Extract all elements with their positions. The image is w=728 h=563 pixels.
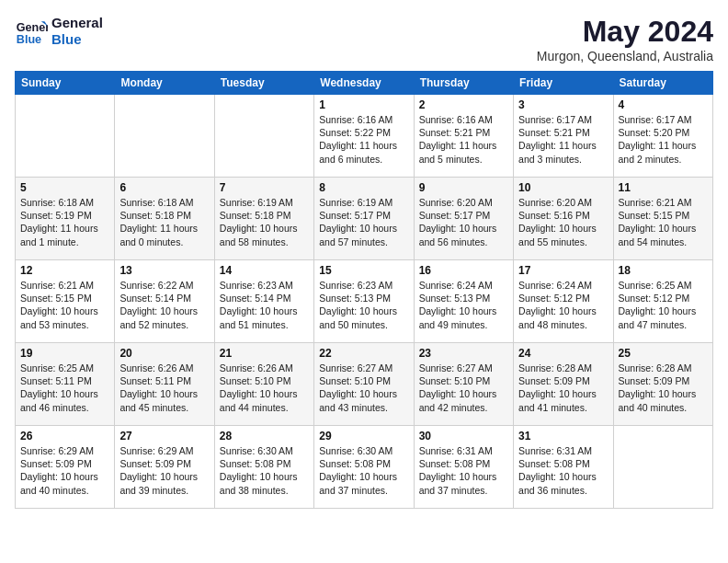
calendar-cell: 31Sunrise: 6:31 AM Sunset: 5:08 PM Dayli…	[514, 426, 613, 509]
day-number: 19	[20, 347, 109, 360]
calendar-cell: 19Sunrise: 6:25 AM Sunset: 5:11 PM Dayli…	[16, 343, 115, 426]
weekday-header-row: SundayMondayTuesdayWednesdayThursdayFrid…	[16, 72, 713, 95]
day-info: Sunrise: 6:27 AM Sunset: 5:10 PM Dayligh…	[319, 362, 408, 414]
day-number: 23	[419, 347, 508, 360]
day-number: 4	[619, 98, 708, 111]
day-info: Sunrise: 6:27 AM Sunset: 5:10 PM Dayligh…	[419, 362, 508, 414]
day-info: Sunrise: 6:31 AM Sunset: 5:08 PM Dayligh…	[419, 444, 508, 497]
svg-text:Blue: Blue	[17, 33, 41, 46]
calendar-cell: 13Sunrise: 6:22 AM Sunset: 5:14 PM Dayli…	[115, 260, 214, 343]
calendar-cell: 20Sunrise: 6:26 AM Sunset: 5:11 PM Dayli…	[115, 343, 214, 426]
calendar-cell: 5Sunrise: 6:18 AM Sunset: 5:19 PM Daylig…	[16, 178, 115, 260]
calendar-cell: 12Sunrise: 6:21 AM Sunset: 5:15 PM Dayli…	[16, 260, 115, 343]
day-number: 18	[619, 264, 708, 277]
weekday-header-saturday: Saturday	[613, 72, 712, 95]
day-number: 31	[518, 430, 608, 442]
day-number: 24	[518, 347, 608, 360]
day-info: Sunrise: 6:21 AM Sunset: 5:15 PM Dayligh…	[20, 279, 109, 331]
calendar-cell: 25Sunrise: 6:28 AM Sunset: 5:09 PM Dayli…	[613, 343, 712, 426]
week-row-2: 5Sunrise: 6:18 AM Sunset: 5:19 PM Daylig…	[16, 178, 713, 260]
calendar-cell: 3Sunrise: 6:17 AM Sunset: 5:21 PM Daylig…	[514, 95, 613, 178]
week-row-5: 26Sunrise: 6:29 AM Sunset: 5:09 PM Dayli…	[16, 426, 713, 509]
page-header: General Blue General Blue May 2024 Murgo…	[15, 15, 713, 63]
calendar-cell: 16Sunrise: 6:24 AM Sunset: 5:13 PM Dayli…	[414, 260, 513, 343]
day-number: 6	[119, 181, 209, 194]
day-number: 25	[619, 347, 708, 360]
day-number: 2	[419, 98, 508, 111]
day-info: Sunrise: 6:28 AM Sunset: 5:09 PM Dayligh…	[518, 362, 608, 414]
day-number: 15	[319, 264, 408, 277]
day-info: Sunrise: 6:23 AM Sunset: 5:14 PM Dayligh…	[220, 279, 309, 331]
calendar-cell: 10Sunrise: 6:20 AM Sunset: 5:16 PM Dayli…	[514, 178, 613, 260]
calendar-cell: 7Sunrise: 6:19 AM Sunset: 5:18 PM Daylig…	[214, 178, 313, 260]
day-info: Sunrise: 6:22 AM Sunset: 5:14 PM Dayligh…	[119, 279, 209, 331]
calendar-cell: 30Sunrise: 6:31 AM Sunset: 5:08 PM Dayli…	[414, 426, 513, 509]
day-info: Sunrise: 6:19 AM Sunset: 5:18 PM Dayligh…	[220, 196, 309, 248]
day-info: Sunrise: 6:29 AM Sunset: 5:09 PM Dayligh…	[20, 444, 109, 497]
day-number: 10	[518, 181, 608, 194]
weekday-header-wednesday: Wednesday	[314, 72, 414, 95]
day-info: Sunrise: 6:24 AM Sunset: 5:13 PM Dayligh…	[419, 279, 508, 331]
day-number: 26	[20, 430, 109, 442]
day-number: 22	[319, 347, 408, 360]
day-number: 20	[119, 347, 209, 360]
day-info: Sunrise: 6:20 AM Sunset: 5:16 PM Dayligh…	[518, 196, 608, 248]
calendar-cell: 21Sunrise: 6:26 AM Sunset: 5:10 PM Dayli…	[214, 343, 313, 426]
day-number: 28	[220, 430, 309, 442]
logo: General Blue General Blue	[15, 15, 103, 48]
day-info: Sunrise: 6:26 AM Sunset: 5:11 PM Dayligh…	[119, 362, 209, 414]
day-number: 14	[220, 264, 309, 277]
day-info: Sunrise: 6:25 AM Sunset: 5:12 PM Dayligh…	[619, 279, 708, 331]
day-info: Sunrise: 6:21 AM Sunset: 5:15 PM Dayligh…	[619, 196, 708, 248]
calendar-cell	[214, 95, 313, 178]
day-number: 8	[319, 181, 408, 194]
calendar-cell: 9Sunrise: 6:20 AM Sunset: 5:17 PM Daylig…	[414, 178, 513, 260]
day-info: Sunrise: 6:16 AM Sunset: 5:22 PM Dayligh…	[319, 113, 408, 166]
day-info: Sunrise: 6:18 AM Sunset: 5:18 PM Dayligh…	[119, 196, 209, 248]
day-info: Sunrise: 6:24 AM Sunset: 5:12 PM Dayligh…	[518, 279, 608, 331]
calendar-cell	[16, 95, 115, 178]
day-number: 12	[20, 264, 109, 277]
day-info: Sunrise: 6:25 AM Sunset: 5:11 PM Dayligh…	[20, 362, 109, 414]
calendar-cell: 11Sunrise: 6:21 AM Sunset: 5:15 PM Dayli…	[613, 178, 712, 260]
calendar-cell: 17Sunrise: 6:24 AM Sunset: 5:12 PM Dayli…	[514, 260, 613, 343]
calendar-cell: 27Sunrise: 6:29 AM Sunset: 5:09 PM Dayli…	[115, 426, 214, 509]
calendar-cell: 18Sunrise: 6:25 AM Sunset: 5:12 PM Dayli…	[613, 260, 712, 343]
day-info: Sunrise: 6:29 AM Sunset: 5:09 PM Dayligh…	[119, 444, 209, 497]
day-info: Sunrise: 6:23 AM Sunset: 5:13 PM Dayligh…	[319, 279, 408, 331]
calendar-cell: 1Sunrise: 6:16 AM Sunset: 5:22 PM Daylig…	[314, 95, 414, 178]
day-number: 16	[419, 264, 508, 277]
calendar-cell	[115, 95, 214, 178]
calendar-cell: 29Sunrise: 6:30 AM Sunset: 5:08 PM Dayli…	[314, 426, 414, 509]
day-number: 3	[518, 98, 608, 111]
calendar-cell	[613, 426, 712, 509]
weekday-header-sunday: Sunday	[16, 72, 115, 95]
weekday-header-thursday: Thursday	[414, 72, 513, 95]
calendar-cell: 8Sunrise: 6:19 AM Sunset: 5:17 PM Daylig…	[314, 178, 414, 260]
logo-icon: General Blue	[15, 15, 48, 48]
day-info: Sunrise: 6:26 AM Sunset: 5:10 PM Dayligh…	[220, 362, 309, 414]
day-info: Sunrise: 6:19 AM Sunset: 5:17 PM Dayligh…	[319, 196, 408, 248]
calendar-cell: 4Sunrise: 6:17 AM Sunset: 5:20 PM Daylig…	[613, 95, 712, 178]
day-info: Sunrise: 6:20 AM Sunset: 5:17 PM Dayligh…	[419, 196, 508, 248]
day-number: 11	[619, 181, 708, 194]
day-number: 13	[119, 264, 209, 277]
day-number: 9	[419, 181, 508, 194]
calendar-cell: 28Sunrise: 6:30 AM Sunset: 5:08 PM Dayli…	[214, 426, 313, 509]
day-info: Sunrise: 6:16 AM Sunset: 5:21 PM Dayligh…	[419, 113, 508, 166]
weekday-header-friday: Friday	[514, 72, 613, 95]
day-number: 29	[319, 430, 408, 442]
day-info: Sunrise: 6:28 AM Sunset: 5:09 PM Dayligh…	[619, 362, 708, 414]
day-info: Sunrise: 6:30 AM Sunset: 5:08 PM Dayligh…	[319, 444, 408, 497]
day-number: 1	[319, 98, 408, 111]
day-number: 7	[220, 181, 309, 194]
week-row-4: 19Sunrise: 6:25 AM Sunset: 5:11 PM Dayli…	[16, 343, 713, 426]
calendar-cell: 24Sunrise: 6:28 AM Sunset: 5:09 PM Dayli…	[514, 343, 613, 426]
calendar-cell: 2Sunrise: 6:16 AM Sunset: 5:21 PM Daylig…	[414, 95, 513, 178]
logo-line2: Blue	[51, 31, 103, 48]
calendar-cell: 26Sunrise: 6:29 AM Sunset: 5:09 PM Dayli…	[16, 426, 115, 509]
day-number: 27	[119, 430, 209, 442]
week-row-3: 12Sunrise: 6:21 AM Sunset: 5:15 PM Dayli…	[16, 260, 713, 343]
day-number: 5	[20, 181, 109, 194]
day-info: Sunrise: 6:18 AM Sunset: 5:19 PM Dayligh…	[20, 196, 109, 248]
